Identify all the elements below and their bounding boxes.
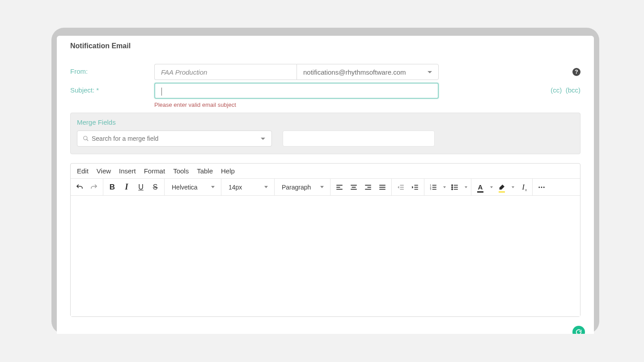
align-center-icon — [350, 183, 358, 191]
undo-button[interactable] — [72, 180, 87, 195]
subject-error: Please enter valid email subject — [154, 101, 580, 108]
align-center-button[interactable] — [347, 180, 361, 195]
font-size-select[interactable]: 14px — [223, 180, 272, 195]
merge-search-input[interactable] — [92, 135, 266, 142]
svg-line-1 — [87, 139, 89, 141]
merge-preview-box — [283, 130, 435, 147]
strikethrough-button[interactable]: S — [148, 180, 162, 195]
unordered-list-dropdown[interactable] — [462, 180, 469, 195]
menu-help[interactable]: Help — [221, 167, 235, 175]
highlight-swatch — [499, 191, 505, 193]
bcc-link[interactable]: (bcc) — [566, 86, 580, 94]
panel-title: Notification Email — [70, 42, 580, 50]
font-family-select[interactable]: Helvetica — [166, 180, 219, 195]
rich-text-editor: Edit View Insert Format Tools Table Help — [70, 163, 580, 317]
menu-tools[interactable]: Tools — [173, 167, 189, 175]
unordered-list-button[interactable] — [448, 180, 462, 195]
from-email-select[interactable]: notifications@rhythmsoftware.com — [297, 64, 439, 80]
from-label: From: — [70, 64, 154, 75]
more-icon — [538, 183, 546, 191]
chevron-down-icon — [428, 71, 432, 73]
outdent-icon — [397, 183, 405, 191]
device-frame: Notification Email From: notifications@r… — [51, 28, 599, 334]
align-left-icon — [335, 183, 343, 191]
menu-insert[interactable]: Insert — [119, 167, 136, 175]
from-name-input[interactable] — [154, 64, 297, 80]
ordered-list-icon: 123 — [429, 183, 437, 191]
highlight-button[interactable] — [495, 180, 509, 195]
svg-point-0 — [84, 136, 87, 140]
highlight-dropdown[interactable] — [509, 180, 516, 195]
editor-toolbar: B I U S Helvetica 14px P — [71, 179, 580, 196]
subject-label: Subject: * — [70, 83, 154, 94]
ordered-list-button[interactable]: 123 — [426, 180, 441, 195]
clear-formatting-button[interactable]: I× — [516, 180, 530, 195]
text-color-dropdown[interactable] — [487, 180, 495, 195]
bold-button[interactable]: B — [105, 180, 119, 195]
svg-text:3: 3 — [430, 188, 432, 190]
cc-link[interactable]: (cc) — [551, 86, 562, 94]
email-editor-panel: Notification Email From: notifications@r… — [57, 36, 594, 334]
align-justify-button[interactable] — [375, 180, 390, 195]
redo-icon — [90, 183, 98, 191]
unordered-list-icon — [451, 183, 459, 191]
text-color-button[interactable]: A — [473, 180, 487, 195]
svg-point-34 — [543, 186, 545, 188]
cc-bcc-links: (cc) (bcc) — [551, 86, 580, 94]
grammarly-icon — [575, 328, 582, 334]
redo-button[interactable] — [87, 180, 101, 195]
merge-fields-section: Merge Fields — [70, 113, 580, 154]
from-row: From: notifications@rhythmsoftware.com ? — [70, 64, 580, 80]
align-justify-icon — [378, 183, 386, 191]
subject-input[interactable] — [154, 83, 439, 99]
indent-icon — [411, 183, 419, 191]
align-right-button[interactable] — [361, 180, 375, 195]
indent-button[interactable] — [408, 180, 422, 195]
svg-point-32 — [538, 186, 540, 188]
svg-point-26 — [452, 185, 453, 185]
menu-edit[interactable]: Edit — [77, 167, 89, 175]
chevron-down-icon — [261, 138, 265, 140]
align-left-button[interactable] — [332, 180, 347, 195]
ordered-list-dropdown[interactable] — [441, 180, 448, 195]
text-color-swatch — [477, 191, 483, 193]
align-right-icon — [364, 183, 372, 191]
subject-row: Subject: * (cc) (bcc) — [70, 83, 580, 99]
more-button[interactable] — [534, 180, 549, 195]
menu-format[interactable]: Format — [144, 167, 165, 175]
grammarly-badge[interactable] — [572, 326, 585, 334]
highlighter-icon — [498, 183, 506, 191]
menu-table[interactable]: Table — [197, 167, 213, 175]
menu-view[interactable]: View — [97, 167, 111, 175]
svg-point-27 — [452, 186, 453, 187]
help-icon[interactable]: ? — [572, 68, 580, 76]
outdent-button[interactable] — [394, 180, 408, 195]
panel-header: Notification Email — [57, 36, 594, 59]
undo-icon — [76, 183, 84, 191]
svg-point-33 — [541, 186, 542, 188]
svg-point-28 — [452, 189, 453, 189]
merge-search-select[interactable] — [77, 130, 272, 147]
underline-button[interactable]: U — [134, 180, 148, 195]
merge-fields-label: Merge Fields — [77, 118, 574, 126]
editor-menu-bar: Edit View Insert Format Tools Table Help — [71, 164, 580, 179]
form-section: From: notifications@rhythmsoftware.com ?… — [57, 59, 594, 108]
search-icon — [83, 135, 89, 142]
editor-content-area[interactable] — [71, 196, 580, 316]
italic-button[interactable]: I — [119, 180, 134, 195]
block-format-select[interactable]: Paragraph — [276, 180, 328, 195]
from-email-value: notifications@rhythmsoftware.com — [303, 68, 406, 76]
